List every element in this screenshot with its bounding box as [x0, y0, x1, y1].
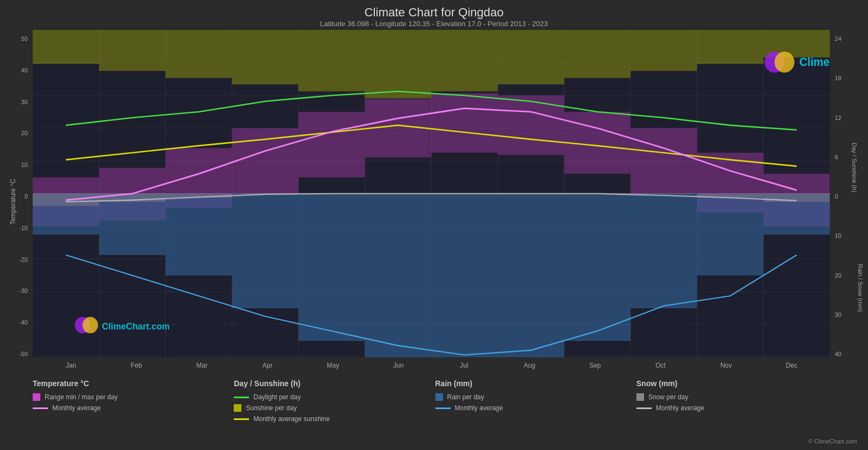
- svg-rect-44: [564, 30, 630, 78]
- month-jan: Jan: [38, 362, 104, 369]
- svg-rect-28: [299, 112, 365, 177]
- legend-snow-swatch: Snow per day: [636, 393, 835, 401]
- rain-snow-axis-label: Rain / Snow (mm): [857, 263, 864, 311]
- svg-point-69: [82, 317, 98, 333]
- legend-snow-label: Snow per day: [648, 393, 688, 401]
- svg-text:ClimeChart.com: ClimeChart.com: [102, 321, 170, 331]
- month-sep: Sep: [562, 362, 628, 369]
- legend-rain: Rain (mm) Rain per day Monthly average: [435, 379, 634, 445]
- legend-sun-label: Sunshine per day: [246, 404, 296, 412]
- svg-rect-41: [365, 30, 432, 98]
- temp-avg-line: [33, 407, 48, 409]
- sunshine-axis-label: Day / Sunshine (h): [851, 142, 857, 192]
- svg-rect-30: [432, 93, 498, 153]
- svg-rect-39: [232, 30, 299, 85]
- legend-temp-range-label: Range min / max per day: [45, 393, 118, 401]
- chart-subtitle: Latitude 36.098 - Longitude 120.35 - Ele…: [0, 20, 868, 28]
- legend-sun-swatch: Sunshine per day: [234, 404, 433, 412]
- svg-rect-40: [299, 30, 365, 92]
- temp-axis-label: Temperature °C: [9, 179, 17, 225]
- month-oct: Oct: [628, 362, 693, 369]
- y-axis-right: Day / Sunshine (h) Rain / Snow (mm) 24 1…: [830, 30, 868, 374]
- legend-sun-avg-label: Monthly average sunshine: [253, 415, 330, 423]
- svg-rect-53: [365, 194, 432, 357]
- legend-rain-label: Rain per day: [447, 393, 484, 401]
- month-feb: Feb: [104, 362, 169, 369]
- svg-rect-42: [432, 30, 498, 92]
- svg-rect-57: [630, 194, 697, 308]
- svg-rect-33: [630, 128, 697, 194]
- month-may: May: [300, 362, 366, 369]
- legend-rain-title: Rain (mm): [435, 379, 634, 388]
- month-dec: Dec: [759, 362, 824, 369]
- svg-rect-50: [166, 194, 232, 275]
- y-axis-left: Temperature °C 50 40 30 20 10 0 -10 -20 …: [0, 30, 33, 374]
- legend-temperature: Temperature °C Range min / max per day M…: [33, 379, 232, 445]
- chart-title: Climate Chart for Qingdao: [0, 5, 868, 20]
- legend-rain-swatch: Rain per day: [435, 393, 634, 401]
- svg-rect-27: [232, 128, 299, 194]
- rain-avg-line: [435, 407, 451, 409]
- legend-rain-avg-label: Monthly average: [455, 404, 503, 412]
- temp-range-swatch: [33, 393, 40, 401]
- svg-rect-55: [497, 194, 564, 357]
- legend-daylight: Daylight per day: [234, 393, 433, 401]
- legend-rain-avg: Monthly average: [435, 404, 634, 412]
- legend-snow-avg: Monthly average: [636, 404, 835, 412]
- month-aug: Aug: [497, 362, 562, 369]
- svg-rect-54: [432, 194, 498, 357]
- copyright: © ClimeChart.com: [808, 438, 857, 445]
- chart-header: Climate Chart for Qingdao Latitude 36.09…: [0, 0, 868, 30]
- chart-area-wrapper: Temperature °C 50 40 30 20 10 0 -10 -20 …: [0, 30, 868, 374]
- svg-rect-43: [497, 30, 564, 85]
- svg-rect-46: [697, 30, 763, 64]
- legend-temp-title: Temperature °C: [33, 379, 232, 388]
- daylight-line: [234, 397, 249, 398]
- legend-temp-avg: Monthly average: [33, 404, 232, 412]
- svg-text:ClimeChart.com: ClimeChart.com: [799, 56, 830, 69]
- month-jul: Jul: [432, 362, 497, 369]
- legend-area: Temperature °C Range min / max per day M…: [0, 374, 868, 450]
- snow-avg-line: [636, 407, 652, 409]
- month-jun: Jun: [366, 362, 431, 369]
- month-apr: Apr: [235, 362, 300, 369]
- rain-swatch: [435, 393, 443, 401]
- legend-sunshine-title: Day / Sunshine (h): [234, 379, 433, 388]
- svg-rect-51: [232, 194, 299, 308]
- legend-snow: Snow (mm) Snow per day Monthly average: [636, 379, 835, 445]
- svg-rect-45: [630, 30, 697, 71]
- legend-temp-avg-label: Monthly average: [52, 404, 101, 412]
- legend-sun-avg: Monthly average sunshine: [234, 415, 433, 423]
- month-nov: Nov: [694, 362, 759, 369]
- svg-rect-37: [99, 30, 166, 71]
- x-axis: Jan Feb Mar Apr May Jun Jul Aug Sep Oct …: [33, 357, 830, 374]
- legend-snow-avg-label: Monthly average: [656, 404, 705, 412]
- svg-rect-58: [697, 194, 763, 275]
- sunshine-avg-line: [234, 418, 249, 420]
- svg-rect-52: [299, 194, 365, 341]
- svg-rect-56: [564, 194, 630, 341]
- chart-container: Climate Chart for Qingdao Latitude 36.09…: [0, 0, 868, 450]
- legend-daylight-label: Daylight per day: [253, 393, 301, 401]
- snow-swatch: [636, 393, 644, 401]
- legend-temp-range: Range min / max per day: [33, 393, 232, 401]
- svg-point-66: [774, 52, 794, 73]
- legend-snow-title: Snow (mm): [636, 379, 835, 388]
- svg-rect-49: [99, 194, 166, 255]
- sunshine-swatch: [234, 404, 241, 412]
- svg-rect-38: [166, 30, 232, 78]
- svg-rect-36: [33, 30, 99, 64]
- legend-sunshine: Day / Sunshine (h) Daylight per day Suns…: [234, 379, 433, 445]
- chart-svg: ClimeChart.com ClimeChart.com: [33, 30, 830, 357]
- month-mar: Mar: [169, 362, 235, 369]
- chart-plot: ClimeChart.com ClimeChart.com: [33, 30, 830, 357]
- chart-middle: ClimeChart.com ClimeChart.com Jan Feb Ma…: [33, 30, 830, 374]
